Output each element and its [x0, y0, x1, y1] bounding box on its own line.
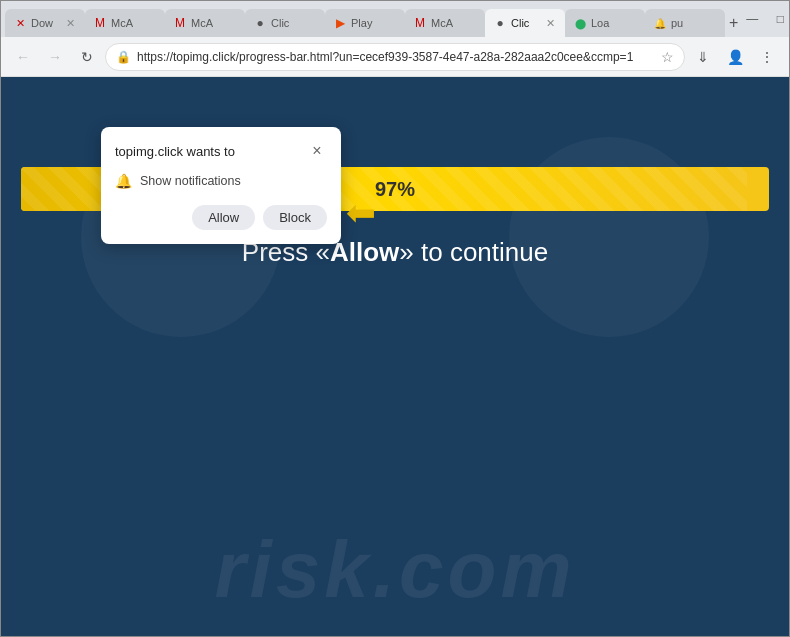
tab-4-favicon: ●: [253, 16, 267, 30]
popup-actions: Allow Block: [115, 205, 327, 230]
tab-3[interactable]: M McA: [165, 9, 245, 37]
press-allow-after: » to continue: [399, 237, 548, 267]
tab-3-favicon: M: [173, 16, 187, 30]
content-area: 97% Press «Allow» to continue risk.com ➡…: [1, 77, 789, 636]
tab-5-label: Play: [351, 17, 397, 29]
tab-1-favicon: ✕: [13, 16, 27, 30]
allow-button[interactable]: Allow: [192, 205, 255, 230]
tab-3-label: McA: [191, 17, 237, 29]
profile-button[interactable]: 👤: [721, 43, 749, 71]
address-bar[interactable]: 🔒 https://topimg.click/progress-bar.html…: [105, 43, 685, 71]
tab-2-label: McA: [111, 17, 157, 29]
forward-button[interactable]: →: [41, 43, 69, 71]
bell-icon: 🔔: [115, 173, 132, 189]
bookmark-icon[interactable]: ☆: [661, 49, 674, 65]
tab-9-label: pu: [671, 17, 717, 29]
notification-popup: topimg.click wants to × 🔔 Show notificat…: [101, 127, 341, 244]
block-button[interactable]: Block: [263, 205, 327, 230]
tab-8-label: Loa: [591, 17, 637, 29]
window-controls: — □ ✕: [738, 1, 790, 37]
tab-7-label: Clic: [511, 17, 539, 29]
tab-5[interactable]: ▶ Play: [325, 9, 405, 37]
arrow-indicator: ➡: [346, 192, 376, 234]
tab-4-label: Clic: [271, 17, 317, 29]
tab-8-favicon: ⬤: [573, 16, 587, 30]
watermark-text: risk.com: [214, 524, 575, 616]
new-tab-button[interactable]: +: [729, 9, 738, 37]
tab-2[interactable]: M McA: [85, 9, 165, 37]
popup-permission-row: 🔔 Show notifications: [115, 173, 327, 189]
tab-bar: ✕ Dow ✕ M McA M McA ● Clic ▶ Play M McA …: [1, 1, 789, 37]
tab-6-label: McA: [431, 17, 477, 29]
nav-bar: ← → ↻ 🔒 https://topimg.click/progress-ba…: [1, 37, 789, 77]
tab-9-favicon: 🔔: [653, 16, 667, 30]
back-button[interactable]: ←: [9, 43, 37, 71]
tab-2-favicon: M: [93, 16, 107, 30]
press-allow-bold: Allow: [330, 237, 399, 267]
popup-title: topimg.click wants to: [115, 144, 235, 159]
nav-actions: ⇓ 👤 ⋮: [689, 43, 781, 71]
tab-5-favicon: ▶: [333, 16, 347, 30]
progress-label: 97%: [375, 178, 415, 201]
tab-4[interactable]: ● Clic: [245, 9, 325, 37]
url-text: https://topimg.click/progress-bar.html?u…: [137, 50, 655, 64]
download-button[interactable]: ⇓: [689, 43, 717, 71]
tab-8[interactable]: ⬤ Loa: [565, 9, 645, 37]
tab-1-label: Dow: [31, 17, 59, 29]
security-icon: 🔒: [116, 50, 131, 64]
maximize-button[interactable]: □: [766, 9, 790, 29]
reload-button[interactable]: ↻: [73, 43, 101, 71]
tab-1-close[interactable]: ✕: [63, 16, 77, 30]
minimize-button[interactable]: —: [738, 9, 766, 29]
tab-7-close[interactable]: ✕: [543, 16, 557, 30]
tab-6-favicon: M: [413, 16, 427, 30]
popup-header: topimg.click wants to ×: [115, 141, 327, 161]
tab-9[interactable]: 🔔 pu: [645, 9, 725, 37]
browser-window: ✕ Dow ✕ M McA M McA ● Clic ▶ Play M McA …: [0, 0, 790, 637]
tab-1[interactable]: ✕ Dow ✕: [5, 9, 85, 37]
tab-6[interactable]: M McA: [405, 9, 485, 37]
popup-close-button[interactable]: ×: [307, 141, 327, 161]
menu-button[interactable]: ⋮: [753, 43, 781, 71]
popup-permission-label: Show notifications: [140, 174, 241, 188]
tab-7-favicon: ●: [493, 16, 507, 30]
tab-7[interactable]: ● Clic ✕: [485, 9, 565, 37]
